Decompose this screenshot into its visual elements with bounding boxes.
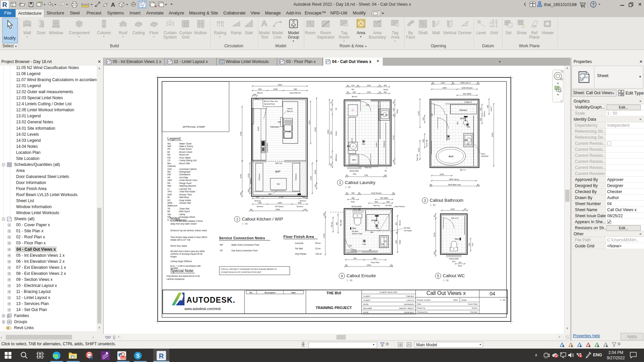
- svg-text:1760: 1760: [310, 176, 312, 181]
- svg-text:WIP: WIP: [167, 145, 171, 147]
- svg-text:UBO: UBO: [167, 179, 172, 181]
- svg-text:TRH: TRH: [472, 243, 474, 246]
- svg-text:THE BUI: THE BUI: [326, 291, 341, 295]
- svg-text:WM: WM: [352, 159, 356, 161]
- svg-text:FW: FW: [167, 157, 171, 159]
- svg-text:600: 600: [386, 201, 390, 203]
- svg-text:450: 450: [302, 196, 305, 198]
- svg-text:FW: FW: [362, 143, 365, 145]
- svg-text:Special Note: Special Note: [264, 103, 275, 105]
- svg-text:1125: 1125: [418, 148, 420, 152]
- svg-text:750: 750: [353, 257, 357, 259]
- svg-text:-Water Extra Connection Point: -Water Extra Connection Point: [231, 244, 259, 246]
- svg-text:WASL0906: WASL0906: [350, 170, 359, 172]
- svg-text:Shelves: Shelves: [295, 174, 297, 181]
- svg-text:- Walk In Pantry: - Walk In Pantry: [178, 145, 193, 148]
- svg-text:830: 830: [298, 202, 302, 204]
- svg-text:1 : 50: 1 : 50: [430, 204, 436, 206]
- svg-text:Nib Wall: Nib Wall: [404, 227, 410, 229]
- svg-text:Van: Van: [467, 143, 470, 145]
- svg-text:Toilet: Toilet: [458, 265, 462, 267]
- svg-text:1 : 50: 1 : 50: [242, 223, 248, 225]
- svg-text:- Broom Closet: - Broom Closet: [178, 151, 192, 153]
- svg-text:A: A: [111, 2, 115, 8]
- svg-text:Callout Ensuite: Callout Ensuite: [346, 273, 376, 278]
- svg-text:Island Bench: Island Bench: [289, 92, 301, 94]
- svg-text:90: 90: [379, 84, 381, 86]
- svg-text:Bath: Bath: [449, 155, 454, 158]
- svg-text:Callout Kitchen / WIP: Callout Kitchen / WIP: [242, 217, 283, 222]
- svg-text:✕: ✕: [155, 5, 157, 8]
- svg-text:Date: Date: [417, 303, 421, 305]
- svg-text:Tile Wall: Tile Wall: [295, 247, 303, 250]
- svg-text:1000: 1000: [278, 202, 282, 204]
- svg-text:?: ?: [592, 2, 594, 7]
- svg-text:600: 600: [487, 105, 489, 108]
- svg-text:SGL: SGL: [452, 260, 455, 262]
- svg-text:+96: +96: [384, 174, 387, 176]
- svg-text:Shelves: Shelves: [483, 111, 485, 117]
- svg-text:2300: 2300: [330, 131, 332, 135]
- svg-text:-Gas Extra Connection Point: -Gas Extra Connection Point: [231, 249, 258, 252]
- svg-text:1200: 1200: [450, 208, 455, 210]
- svg-text:500: 500: [352, 192, 355, 194]
- svg-text:990: 990: [336, 222, 338, 225]
- svg-text:2500 Bath Hob: 2500 Bath Hob: [448, 184, 461, 186]
- svg-text:Issue Date: Issue Date: [468, 303, 478, 305]
- svg-text:Shelves: Shelves: [297, 205, 303, 207]
- svg-text:- Return Air: - Return Air: [178, 154, 189, 156]
- svg-text:WC: WC: [167, 142, 171, 145]
- svg-text:Date: Date: [291, 292, 296, 294]
- svg-text:TRAINING PROJECT: TRAINING PROJECT: [316, 306, 352, 310]
- svg-text:1100 Shower: 1100 Shower: [462, 87, 473, 89]
- svg-text:900: 900: [422, 139, 424, 142]
- svg-text:2150: 2150: [323, 234, 325, 238]
- svg-text:SGL QB: SGL QB: [353, 208, 361, 210]
- svg-text:FW: FW: [363, 243, 366, 245]
- svg-text:300: 300: [253, 94, 257, 96]
- svg-text:- Wall Mixer: - Wall Mixer: [178, 196, 189, 198]
- svg-text:SO: SO: [167, 199, 170, 201]
- svg-text:RA: RA: [352, 88, 354, 90]
- svg-text:90: 90: [432, 82, 434, 84]
- svg-text:900: 900: [395, 222, 397, 225]
- svg-text:Nib Wall: Nib Wall: [352, 230, 358, 232]
- svg-text:RA: RA: [352, 109, 354, 111]
- svg-text:R: R: [167, 219, 169, 221]
- svg-text:CLIENT: CLIENT: [363, 299, 371, 301]
- svg-text:www.autodesk.com/revit: www.autodesk.com/revit: [184, 307, 221, 311]
- svg-text:SHW: SHW: [371, 219, 377, 222]
- svg-text:Full Height: Full Height: [404, 230, 412, 232]
- svg-text:TR: TR: [167, 207, 170, 210]
- svg-text:Island: Island: [287, 108, 292, 110]
- svg-text:1 : 50: 1 : 50: [347, 279, 353, 282]
- svg-text:Bench: Bench: [257, 92, 263, 94]
- svg-text:CS: CS: [167, 159, 170, 162]
- svg-text:240: 240: [330, 164, 332, 167]
- svg-text:- Washing Machine: - Washing Machine: [178, 185, 196, 187]
- svg-text:Floor Finish Area: Floor Finish Area: [283, 235, 314, 239]
- svg-text:Shelves: Shelves: [258, 174, 260, 181]
- svg-text:Cabinets: Cabinets: [167, 165, 176, 167]
- svg-text:1: 1: [105, 3, 107, 5]
- svg-text:G.P.O in wet area installed 17: G.P.O in wet area installed 170mm: [170, 220, 203, 222]
- svg-text:5: 5: [437, 274, 439, 278]
- svg-text:Kitchen: Kitchen: [270, 125, 279, 128]
- svg-text:Linen 1: Linen 1: [375, 141, 377, 147]
- svg-text:1 : 50: 1 : 50: [443, 279, 449, 282]
- svg-text:90: 90: [345, 264, 347, 266]
- svg-text:WM: WM: [167, 185, 171, 187]
- svg-text:2400: 2400: [367, 264, 371, 266]
- svg-text:15/09/2022: 15/09/2022: [404, 311, 414, 313]
- svg-text:1 : 50: 1 : 50: [345, 186, 351, 188]
- svg-text:4: 4: [341, 274, 343, 278]
- svg-text:R: R: [159, 352, 164, 360]
- svg-text:2500 Vanity: 2500 Vanity: [449, 178, 459, 180]
- svg-text:3: 3: [424, 199, 426, 202]
- svg-text:Opening: Opening: [373, 204, 380, 206]
- svg-text:Van: Van: [381, 243, 384, 245]
- svg-text:450: 450: [352, 197, 355, 199]
- svg-text:90: 90: [392, 114, 394, 116]
- svg-text:600: 600: [258, 88, 262, 90]
- svg-text:No.: No.: [250, 292, 253, 294]
